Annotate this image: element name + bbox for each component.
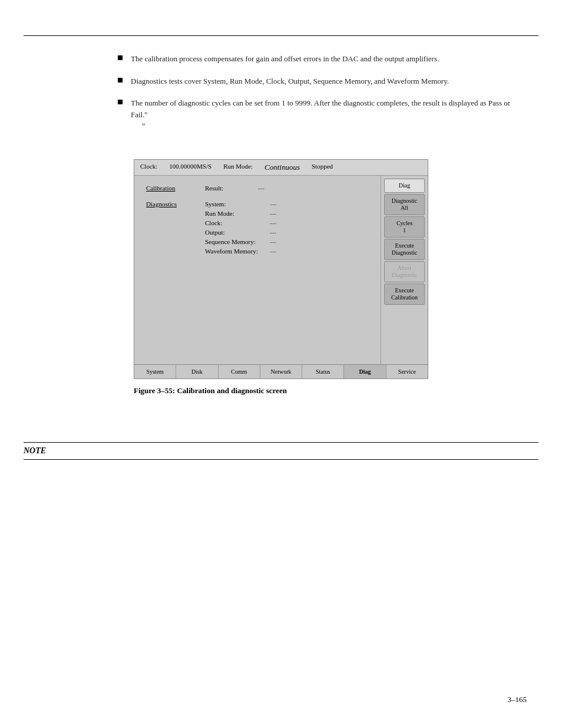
- diagnostics-section: Diagnostics System: --- Run Mode: --- Cl…: [146, 200, 369, 255]
- screen-main: Calibration Result: --- Diagnostics Syst…: [134, 176, 381, 364]
- bullet-square-3: [118, 100, 123, 104]
- tab-network[interactable]: Network: [260, 365, 302, 378]
- diag-value-5: ---: [270, 248, 276, 255]
- figure-container: Clock: 100.00000MS/S Run Mode: Continuou…: [134, 159, 428, 396]
- tab-comm[interactable]: Comm: [219, 365, 260, 378]
- run-mode-label: Run Mode:: [223, 163, 253, 172]
- diag-field-3: Output:: [205, 229, 270, 236]
- note-label: NOTE: [24, 446, 538, 456]
- diag-field-5: Waveform Memory:: [205, 248, 270, 255]
- diag-row-3: Output: ---: [146, 229, 369, 236]
- bullet-2: Diagnostics tests cover System, Run Mode…: [118, 75, 527, 87]
- sidebar-btn-diagnostic-all[interactable]: DiagnosticAll: [384, 194, 425, 215]
- status-value: Stopped: [312, 163, 333, 172]
- page-number: 3–165: [508, 695, 527, 704]
- cal-row: Calibration Result: ---: [146, 185, 369, 192]
- tab-disk[interactable]: Disk: [176, 365, 218, 378]
- tab-status[interactable]: Status: [302, 365, 344, 378]
- sidebar-btn-diag[interactable]: Diag: [384, 179, 425, 193]
- figure-caption: Figure 3–55: Calibration and diagnostic …: [134, 386, 428, 396]
- bullet-square-2: [118, 78, 123, 83]
- diag-value-4: ---: [270, 238, 276, 245]
- diag-header-row: Diagnostics System: ---: [146, 200, 369, 207]
- note-section: NOTE: [24, 442, 538, 460]
- bullet-3: The number of diagnostic cycles can be s…: [118, 97, 527, 132]
- result-label: Result:: [205, 185, 258, 192]
- sidebar-btn-execute-diagnostic[interactable]: ExecuteDiagnostic: [384, 239, 425, 260]
- diag-field-2: Clock:: [205, 219, 270, 226]
- diag-value-3: ---: [270, 229, 276, 236]
- note-rule-bottom: [24, 459, 538, 460]
- diag-row-2: Clock: ---: [146, 219, 369, 226]
- tab-bar: System Disk Comm Network Status Diag Ser…: [134, 364, 428, 378]
- bullet-square-1: [118, 55, 123, 60]
- clock-value: 100.00000MS/S: [169, 163, 211, 172]
- diag-value-1: ---: [270, 210, 276, 217]
- tab-system[interactable]: System: [134, 365, 176, 378]
- diagnostics-label[interactable]: Diagnostics: [146, 200, 205, 207]
- screen-sidebar: Diag DiagnosticAll Cycles1 ExecuteDiagno…: [381, 176, 428, 364]
- clock-label: Clock:: [140, 163, 157, 172]
- bullet-1: The calibration process compensates for …: [118, 53, 527, 65]
- diag-row-1: Run Mode: ---: [146, 210, 369, 217]
- calibration-label[interactable]: Calibration: [146, 185, 205, 192]
- screen-body: Calibration Result: --- Diagnostics Syst…: [134, 176, 428, 364]
- bullet-text-2: Diagnostics tests cover System, Run Mode…: [131, 75, 449, 87]
- tab-service[interactable]: Service: [386, 365, 428, 378]
- bullets-section: The calibration process compensates for …: [118, 53, 527, 143]
- diag-value-0: ---: [270, 200, 276, 207]
- run-mode-value: Continuous: [265, 163, 300, 172]
- screen: Clock: 100.00000MS/S Run Mode: Continuou…: [134, 159, 428, 379]
- note-rule-top: [24, 442, 538, 443]
- diag-field-1: Run Mode:: [205, 210, 270, 217]
- sidebar-btn-cycles[interactable]: Cycles1: [384, 216, 425, 238]
- screen-header: Clock: 100.00000MS/S Run Mode: Continuou…: [134, 160, 428, 176]
- diag-field-0: System:: [205, 200, 270, 207]
- sidebar-btn-execute-calibration[interactable]: ExecuteCalibration: [384, 284, 425, 305]
- result-value: ---: [258, 185, 265, 192]
- diag-row-4: Sequence Memory: ---: [146, 238, 369, 245]
- page: The calibration process compensates for …: [0, 0, 562, 728]
- sidebar-btn-abort-diagnostic: AbortDiagnostic: [384, 261, 425, 282]
- diag-row-5: Waveform Memory: ---: [146, 248, 369, 255]
- bullet-text-3: The number of diagnostic cycles can be s…: [131, 97, 527, 132]
- diag-field-4: Sequence Memory:: [205, 238, 270, 245]
- diag-value-2: ---: [270, 219, 276, 226]
- calibration-section: Calibration Result: ---: [146, 185, 369, 192]
- bullet-text-1: The calibration process compensates for …: [131, 53, 439, 65]
- tab-diag[interactable]: Diag: [344, 365, 386, 378]
- top-rule: [24, 35, 538, 36]
